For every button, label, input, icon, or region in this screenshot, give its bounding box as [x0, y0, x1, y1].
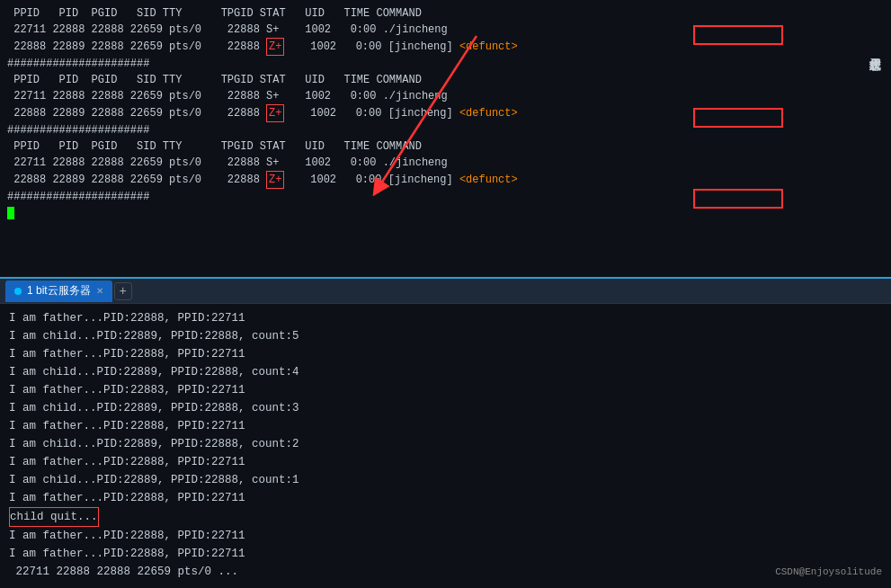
bt-line-15: 22711 22888 22888 22659 pts/0 ...	[9, 563, 882, 581]
ps-row-2-2: 22888 22889 22888 22659 pts/0 22888 Z+ 1…	[7, 104, 884, 122]
child-quit-highlight: child quit...	[9, 507, 99, 527]
tab-terminal[interactable]: 1 bit云服务器 ✕	[5, 281, 112, 302]
ps-row-1-1: 22711 22888 22888 22659 pts/0 22888 S+ 1…	[7, 22, 884, 38]
bt-line-10: I am child...PID:22889, PPID:22888, coun…	[9, 471, 882, 489]
hash-3: ######################	[7, 189, 884, 205]
bt-line-5: I am father...PID:22883, PPID:22711	[9, 381, 882, 399]
tab-close-icon[interactable]: ✕	[96, 286, 103, 296]
defunct-1: <defunct>	[459, 40, 518, 53]
ps-row-2-1: 22711 22888 22888 22659 pts/0 22888 S+ 1…	[7, 88, 884, 104]
defunct-2: <defunct>	[459, 107, 518, 120]
bt-line-4: I am child...PID:22889, PPID:22888, coun…	[9, 363, 882, 381]
bt-line-8: I am child...PID:22889, PPID:22888, coun…	[9, 435, 882, 453]
bt-line-9: I am father...PID:22888, PPID:22711	[9, 453, 882, 471]
tab-dot-icon	[14, 288, 22, 295]
header-line-2: PPID PID PGID SID TTY TPGID STAT UID TIM…	[7, 72, 884, 88]
cursor-line	[7, 205, 884, 221]
ps-row-3-1: 22711 22888 22888 22659 pts/0 22888 S+ 1…	[7, 155, 884, 171]
zplus-badge-2: Z+	[266, 104, 284, 122]
ps-row-1-2: 22888 22889 22888 22659 pts/0 22888 Z+ 1…	[7, 38, 884, 56]
hash-1: ######################	[7, 56, 884, 72]
bt-line-2: I am child...PID:22889, PPID:22888, coun…	[9, 327, 882, 345]
bottom-terminal: I am father...PID:22888, PPID:22711 I am…	[0, 304, 891, 588]
bt-line-6: I am child...PID:22889, PPID:22888, coun…	[9, 399, 882, 417]
defunct-3: <defunct>	[459, 174, 518, 186]
bt-line-13: I am father...PID:22888, PPID:22711	[9, 527, 882, 545]
hash-2: ######################	[7, 122, 884, 138]
header-line-3: PPID PID PGID SID TTY TPGID STAT UID TIM…	[7, 138, 884, 155]
top-terminal: PPID PID PGID SID TTY TPGID STAT UID TIM…	[0, 0, 891, 279]
bt-line-3: I am father...PID:22888, PPID:22711	[9, 345, 882, 363]
bt-line-14: I am father...PID:22888, PPID:22711	[9, 545, 882, 563]
tab-label: 1 bit云服务器	[27, 283, 91, 298]
header-line-1: PPID PID PGID SID TTY TPGID STAT UID TIM…	[7, 5, 884, 22]
ps-row-3-2: 22888 22889 22888 22659 pts/0 22888 Z+ 1…	[7, 171, 884, 189]
bt-line-1: I am father...PID:22888, PPID:22711	[9, 309, 882, 327]
tab-bar: 1 bit云服务器 ✕ +	[0, 279, 891, 304]
zplus-badge-1: Z+	[266, 38, 284, 56]
tab-add-button[interactable]: +	[114, 282, 132, 300]
bt-line-7: I am father...PID:22888, PPID:22711	[9, 417, 882, 435]
bt-line-11: I am father...PID:22888, PPID:22711	[9, 489, 882, 507]
watermark: CSDN@Enjoysolitude	[775, 565, 882, 581]
zplus-badge-3: Z+	[266, 171, 284, 189]
bt-line-highlighted: child quit...	[9, 507, 882, 527]
